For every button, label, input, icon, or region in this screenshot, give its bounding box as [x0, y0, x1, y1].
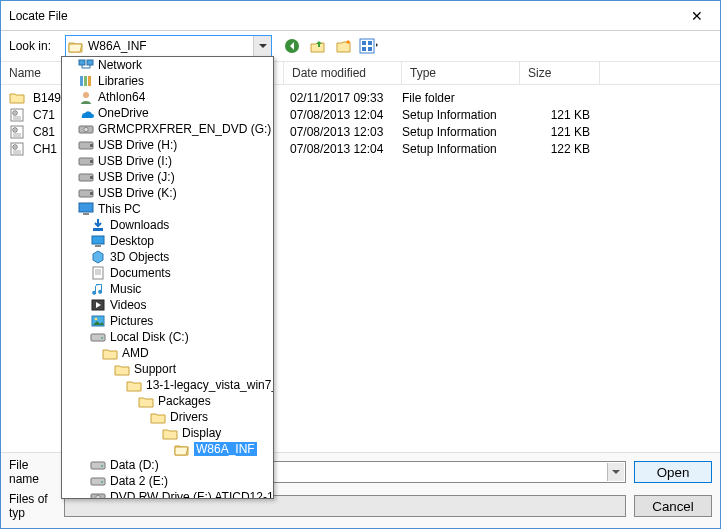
titlebar: Locate File ✕ [1, 1, 720, 31]
svg-rect-33 [93, 228, 103, 231]
disk-icon [90, 458, 106, 472]
tree-item[interactable]: Display [62, 425, 273, 441]
tree-item[interactable]: Packages [62, 393, 273, 409]
tree-item[interactable]: This PC [62, 201, 273, 217]
folder-icon [9, 91, 25, 105]
folder-icon [126, 378, 142, 392]
dvd-icon [78, 122, 94, 136]
types-label: Files of typ [9, 492, 61, 520]
list-item[interactable]: CH1 [1, 140, 59, 157]
tree-item[interactable]: Athlon64 [62, 89, 273, 105]
list-item[interactable]: B149 [1, 89, 59, 106]
chevron-down-icon[interactable] [253, 36, 271, 56]
dvd-icon [90, 490, 106, 499]
thispc-icon [78, 202, 94, 216]
svg-rect-18 [84, 76, 87, 86]
svg-rect-34 [92, 236, 104, 244]
svg-point-45 [101, 481, 103, 483]
tree-item[interactable]: Pictures [62, 313, 273, 329]
tree-item[interactable]: Network [62, 57, 273, 73]
new-folder-button[interactable] [333, 35, 355, 57]
column-type[interactable]: Type [402, 62, 520, 84]
cancel-button[interactable]: Cancel [634, 495, 712, 517]
tree-item[interactable]: USB Drive (K:) [62, 185, 273, 201]
svg-rect-4 [362, 47, 366, 51]
tree-item[interactable]: GRMCPRXFRER_EN_DVD (G:) [62, 121, 273, 137]
svg-rect-36 [93, 267, 103, 279]
up-button[interactable] [307, 35, 329, 57]
pics-icon [90, 314, 106, 328]
tree-item[interactable]: Videos [62, 297, 273, 313]
svg-rect-32 [83, 213, 89, 215]
tree-item[interactable]: Desktop [62, 233, 273, 249]
inf-file-icon [9, 142, 25, 156]
column-date[interactable]: Date modified [284, 62, 402, 84]
folder-open-icon [174, 442, 190, 456]
view-menu-button[interactable] [359, 35, 381, 57]
filename-label: File name [9, 458, 61, 486]
tree-item[interactable]: Support [62, 361, 273, 377]
tree-item[interactable]: OneDrive [62, 105, 273, 121]
usb-icon [78, 186, 94, 200]
tree-item[interactable]: 13-1-legacy_vista_win7_win [62, 377, 273, 393]
tree-item[interactable]: AMD [62, 345, 273, 361]
desktop-icon [90, 234, 106, 248]
table-row[interactable]: 07/08/2013 12:03Setup Information121 KB [284, 123, 720, 140]
close-button[interactable]: ✕ [674, 1, 720, 31]
svg-rect-44 [91, 478, 105, 485]
disk-icon [90, 330, 106, 344]
tree-item[interactable]: Drivers [62, 409, 273, 425]
table-row[interactable]: 02/11/2017 09:33File folder [284, 89, 720, 106]
svg-rect-28 [90, 176, 93, 179]
svg-rect-17 [80, 76, 83, 86]
tree-item[interactable]: USB Drive (H:) [62, 137, 273, 153]
svg-rect-42 [91, 462, 105, 469]
column-size[interactable]: Size [520, 62, 600, 84]
tree-item[interactable]: Libraries [62, 73, 273, 89]
tree-item[interactable]: Data (D:) [62, 457, 273, 473]
user-icon [78, 90, 94, 104]
tree-item[interactable]: Downloads [62, 217, 273, 233]
svg-rect-19 [88, 76, 91, 86]
tree-item[interactable]: Music [62, 281, 273, 297]
tree-item[interactable]: USB Drive (I:) [62, 153, 273, 169]
inf-file-icon [9, 108, 25, 122]
svg-point-22 [84, 127, 88, 131]
list-item[interactable]: C81 [1, 123, 59, 140]
usb-icon [78, 154, 94, 168]
title-text: Locate File [9, 9, 674, 23]
list-item[interactable]: C71 [1, 106, 59, 123]
svg-rect-30 [90, 192, 93, 195]
videos-icon [90, 298, 106, 312]
3d-icon [90, 250, 106, 264]
tree-item[interactable]: W86A_INF [62, 441, 273, 457]
folder-open-icon [68, 40, 84, 53]
svg-rect-5 [368, 47, 372, 51]
svg-rect-3 [368, 41, 372, 45]
svg-rect-16 [87, 60, 93, 65]
tree-item[interactable]: Documents [62, 265, 273, 281]
folder-icon [162, 426, 178, 440]
table-row[interactable]: 07/08/2013 12:04Setup Information122 KB [284, 140, 720, 157]
music-icon [90, 282, 106, 296]
svg-point-20 [83, 92, 89, 98]
folder-icon [114, 362, 130, 376]
back-button[interactable] [281, 35, 303, 57]
tree-item[interactable]: Local Disk (C:) [62, 329, 273, 345]
svg-rect-40 [91, 334, 105, 341]
svg-rect-15 [79, 60, 85, 65]
tree-item[interactable]: DVD RW Drive (F:) ATICD12-118 [62, 489, 273, 499]
svg-point-43 [101, 465, 103, 467]
open-button[interactable]: Open [634, 461, 712, 483]
tree-item[interactable]: 3D Objects [62, 249, 273, 265]
network-icon [78, 58, 94, 72]
svg-point-11 [14, 129, 16, 131]
tree-item[interactable]: Data 2 (E:) [62, 473, 273, 489]
lookin-label: Look in: [9, 39, 61, 53]
svg-point-39 [95, 318, 98, 321]
table-row[interactable]: 07/08/2013 12:04Setup Information121 KB [284, 106, 720, 123]
lookin-combo[interactable]: W86A_INF [65, 35, 272, 57]
usb-icon [78, 138, 94, 152]
tree-item[interactable]: USB Drive (J:) [62, 169, 273, 185]
lookin-dropdown[interactable]: NetworkLibrariesAthlon64OneDriveGRMCPRXF… [61, 56, 274, 499]
